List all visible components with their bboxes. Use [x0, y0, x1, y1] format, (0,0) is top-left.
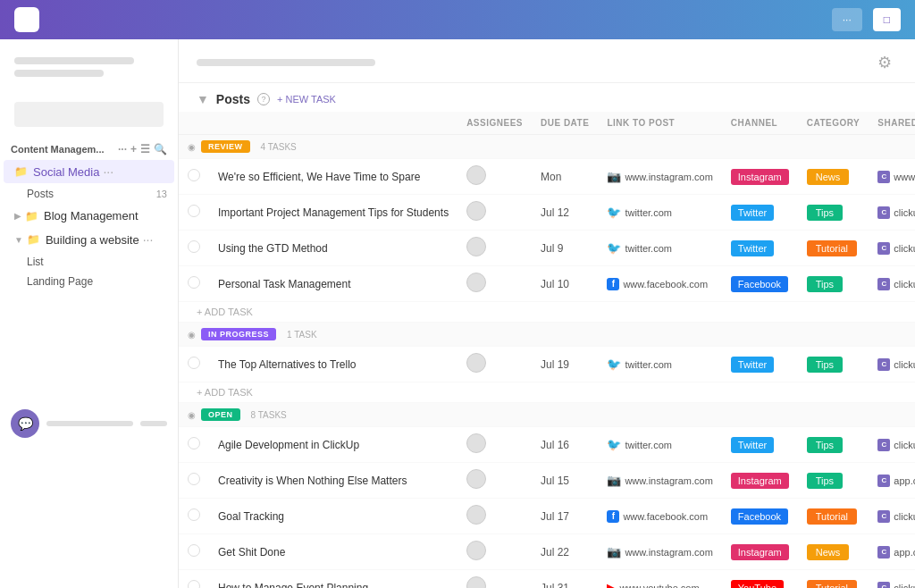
table-row[interactable]: Get Shit Done Jul 22 📷 www.instagram.com… [179, 534, 915, 570]
chevron-right-icon: ▶ [14, 211, 21, 221]
content-area: ⚙ ▼ Posts ? + NEW TASK ASSIGNEES DUE DAT… [179, 39, 915, 588]
channel-cell-0-3: Facebook [722, 266, 798, 302]
task-name-2-3[interactable]: Get Shit Done [209, 534, 458, 570]
content-header: ⚙ [179, 39, 915, 83]
sharedurl-cell-2-2[interactable]: C clickup.com [869, 499, 915, 534]
sharedurl-cell-0-0[interactable]: C www.instagram.com [869, 159, 915, 195]
channel-cell-0-2: Twitter [722, 231, 798, 266]
sidebar-item-landing-page[interactable]: Landing Page [0, 272, 178, 291]
new-task-button[interactable]: + NEW TASK [277, 94, 336, 105]
folder-icon: 📁 [14, 165, 28, 178]
channel-cell-2-4: YouTube [722, 570, 798, 589]
col-category: CATEGORY [798, 112, 869, 135]
chevron-down-icon: ▼ [14, 235, 23, 245]
add-task-row-review[interactable]: + ADD TASK [179, 302, 915, 323]
row-check-2-3[interactable] [179, 534, 209, 570]
clickup-icon: C [877, 546, 890, 559]
task-name-2-0[interactable]: Agile Development in ClickUp [209, 427, 458, 463]
table-row[interactable]: Goal Tracking Jul 17 f www.facebook.com … [179, 499, 915, 534]
task-count-review: 4 TASKS [261, 142, 297, 152]
row-check-0-1[interactable] [179, 195, 209, 231]
chat-button[interactable]: 💬 [11, 409, 39, 438]
category-badge: News [807, 544, 850, 560]
link-cell-2-2[interactable]: f www.facebook.com [598, 499, 721, 534]
sidebar-item-building-website[interactable]: ▼ 📁 Building a website ··· [4, 228, 174, 251]
group-toggle-review[interactable]: ◉ [188, 142, 196, 152]
settings-button[interactable]: ⚙ [872, 50, 897, 75]
sharedurl-cell-2-4[interactable]: C clickup.com [869, 570, 915, 589]
more-icon-2[interactable]: ··· [143, 232, 154, 247]
category-badge: Tips [807, 357, 843, 373]
sharedurl-cell-0-2[interactable]: C clickup.com [869, 231, 915, 266]
link-cell-2-3[interactable]: 📷 www.instagram.com [598, 534, 721, 570]
row-check-2-2[interactable] [179, 499, 209, 534]
section-arrow[interactable]: ▼ [197, 92, 209, 106]
top-bar-btn2[interactable]: □ [873, 8, 901, 31]
top-bar-btn1[interactable]: ··· [832, 8, 862, 31]
sharedurl-cell-2-0[interactable]: C clickup.com [869, 427, 915, 463]
row-check-2-1[interactable] [179, 463, 209, 499]
assignee-cell-2-0 [458, 427, 532, 463]
row-check-0-3[interactable] [179, 266, 209, 302]
row-check-2-4[interactable] [179, 570, 209, 589]
category-cell-2-2: Tutorial [798, 499, 869, 534]
table-row[interactable]: Important Project Management Tips for St… [179, 195, 915, 231]
row-check-2-0[interactable] [179, 427, 209, 463]
task-name-2-1[interactable]: Creativity is When Nothing Else Matters [209, 463, 458, 499]
sharedurl-cell-0-1[interactable]: C clickup.com [869, 195, 915, 231]
channel-badge: YouTube [731, 580, 784, 589]
sidebar-placeholder-2 [14, 70, 104, 77]
sidebar-btn-placeholder [14, 102, 164, 127]
task-name-0-1[interactable]: Important Project Management Tips for St… [209, 195, 458, 231]
table-row[interactable]: The Top Alternatives to Trello Jul 19 🐦 … [179, 347, 915, 382]
sharedurl-cell-2-3[interactable]: C app.clickup.com [869, 534, 915, 570]
sidebar-item-list[interactable]: List [0, 252, 178, 272]
link-cell-0-0[interactable]: 📷 www.instagram.com [598, 159, 721, 195]
task-table: ASSIGNEES DUE DATE LINK TO POST CHANNEL … [179, 112, 915, 588]
duedate-cell-0-0: Mon [532, 159, 598, 195]
col-assignees: ASSIGNEES [458, 112, 532, 135]
sidebar-item-posts[interactable]: Posts 13 [0, 184, 178, 204]
row-check-0-2[interactable] [179, 231, 209, 266]
sharedurl-cell-2-1[interactable]: C app.clickup.com [869, 463, 915, 499]
channel-badge: Twitter [731, 205, 774, 221]
sharedurl-cell-1-0[interactable]: C clickup.com [869, 347, 915, 382]
table-row[interactable]: Agile Development in ClickUp Jul 16 🐦 tw… [179, 427, 915, 463]
help-icon[interactable]: ? [257, 93, 270, 105]
sidebar-item-social-media[interactable]: 📁 Social Media ··· [4, 160, 174, 183]
assignee-cell-2-2 [458, 499, 532, 534]
task-name-0-3[interactable]: Personal Task Management [209, 266, 458, 302]
table-row[interactable]: Using the GTD Method Jul 9 🐦 twitter.com… [179, 231, 915, 266]
logo [14, 7, 39, 32]
section-actions: ··· + ☰ 🔍 [118, 143, 167, 155]
status-badge-open: OPEN [201, 408, 240, 421]
task-name-2-2[interactable]: Goal Tracking [209, 499, 458, 534]
link-cell-0-3[interactable]: f www.facebook.com [598, 266, 721, 302]
assignee-avatar [466, 237, 486, 256]
assignee-cell-2-3 [458, 534, 532, 570]
table-row[interactable]: Personal Task Management Jul 10 f www.fa… [179, 266, 915, 302]
task-name-1-0[interactable]: The Top Alternatives to Trello [209, 347, 458, 382]
task-count-open: 8 TASKS [251, 410, 287, 420]
task-name-0-2[interactable]: Using the GTD Method [209, 231, 458, 266]
link-cell-1-0[interactable]: 🐦 twitter.com [598, 347, 721, 382]
link-cell-2-4[interactable]: ▶ www.youtube.com [598, 570, 721, 589]
link-cell-2-0[interactable]: 🐦 twitter.com [598, 427, 721, 463]
task-name-0-0[interactable]: We're so Efficient, We Have Time to Spar… [209, 159, 458, 195]
link-cell-0-1[interactable]: 🐦 twitter.com [598, 195, 721, 231]
link-cell-2-1[interactable]: 📷 www.instagram.com [598, 463, 721, 499]
link-cell-0-2[interactable]: 🐦 twitter.com [598, 231, 721, 266]
group-toggle-inprogress[interactable]: ◉ [188, 330, 196, 340]
table-row[interactable]: We're so Efficient, We Have Time to Spar… [179, 159, 915, 195]
group-toggle-open[interactable]: ◉ [188, 410, 196, 420]
row-check-1-0[interactable] [179, 347, 209, 382]
sharedurl-cell-0-3[interactable]: C clickup.com [869, 266, 915, 302]
add-task-row-inprogress[interactable]: + ADD TASK [179, 382, 915, 403]
sidebar-item-blog-management[interactable]: ▶ 📁 Blog Management [4, 205, 174, 227]
task-name-2-4[interactable]: How to Manage Event Planning [209, 570, 458, 589]
category-badge: Tips [807, 276, 843, 292]
table-row[interactable]: How to Manage Event Planning Jul 31 ▶ ww… [179, 570, 915, 589]
row-check-0-0[interactable] [179, 159, 209, 195]
more-icon[interactable]: ··· [103, 164, 113, 179]
table-row[interactable]: Creativity is When Nothing Else Matters … [179, 463, 915, 499]
